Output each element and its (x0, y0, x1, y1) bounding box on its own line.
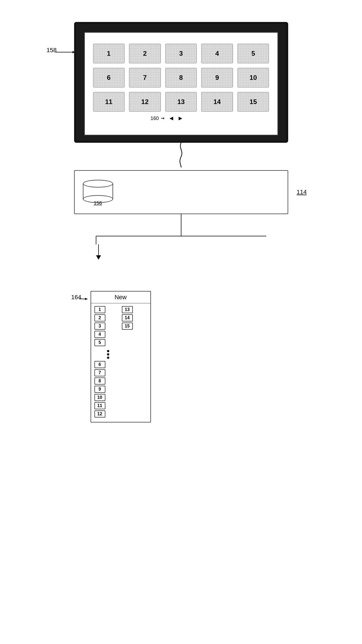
panel-label-arrow-icon (79, 297, 90, 301)
grid-cell-8[interactable]: 8 (165, 68, 197, 88)
list-item-6[interactable]: 6 (94, 361, 105, 368)
thumbnail-grid: 1 2 3 4 5 6 7 8 9 10 11 12 13 14 15 (90, 41, 272, 114)
grid-cell-11[interactable]: 11 (93, 92, 125, 112)
grid-cell-15[interactable]: 15 (237, 92, 269, 112)
list-item-13[interactable]: 13 (122, 306, 133, 313)
monitor: 1 2 3 4 5 6 7 8 9 10 11 12 13 14 15 (74, 22, 288, 143)
new-panel-wrapper: 164 New 1 13 2 14 3 15 4 5 (74, 291, 288, 422)
list-item-10[interactable]: 10 (94, 394, 105, 401)
server-box: 156 114 (74, 170, 288, 214)
dot-2 (107, 353, 109, 355)
list-item-3[interactable]: 3 (94, 323, 105, 330)
single-col-list: 6 7 8 9 10 11 12 (91, 360, 150, 419)
list-item-4[interactable]: 4 (94, 331, 105, 338)
nav-label-160: 160 (151, 116, 159, 121)
grid-cell-1[interactable]: 1 (93, 44, 125, 63)
wavy-connector-icon (173, 143, 189, 167)
grid-cell-12[interactable]: 12 (129, 92, 161, 112)
grid-cell-6[interactable]: 6 (93, 68, 125, 88)
list-item-7[interactable]: 7 (94, 369, 105, 376)
grid-cell-5[interactable]: 5 (237, 44, 269, 63)
dots-section (91, 349, 150, 360)
grid-cell-13[interactable]: 13 (165, 92, 197, 112)
list-item-1[interactable]: 1 (94, 306, 105, 313)
svg-marker-8 (85, 298, 88, 300)
grid-cell-3[interactable]: 3 (165, 44, 197, 63)
bracket-icon (74, 231, 288, 247)
list-item-9[interactable]: 9 (94, 386, 105, 393)
arrow-right-from-label-icon (161, 117, 164, 120)
dot-1 (107, 350, 109, 352)
grid-cell-2[interactable]: 2 (129, 44, 161, 63)
new-panel-top-grid: 1 13 2 14 3 15 4 5 (91, 303, 150, 349)
list-item-8[interactable]: 8 (94, 377, 105, 385)
grid-cell-4[interactable]: 4 (201, 44, 233, 63)
server-box-wrapper: 156 114 (74, 170, 288, 214)
svg-marker-3 (72, 51, 75, 53)
next-arrow-icon[interactable]: ► (178, 115, 184, 122)
prev-arrow-icon[interactable]: ◄ (169, 115, 175, 122)
db-label: 156 (94, 200, 102, 206)
list-item-11[interactable]: 11 (94, 402, 105, 409)
dot-3 (107, 357, 109, 359)
database-icon: 156 (83, 180, 113, 205)
grid-cell-9[interactable]: 9 (201, 68, 233, 88)
monitor-label-arrow-icon (55, 50, 77, 54)
list-item-5[interactable]: 5 (94, 339, 105, 346)
monitor-screen: 1 2 3 4 5 6 7 8 9 10 11 12 13 14 15 (84, 32, 278, 136)
grid-cell-7[interactable]: 7 (129, 68, 161, 88)
server-label: 114 (297, 189, 307, 196)
list-item-14[interactable]: 14 (122, 314, 133, 321)
list-item-15[interactable]: 15 (122, 323, 133, 330)
new-panel-header: New (91, 292, 150, 303)
new-panel: New 1 13 2 14 3 15 4 5 6 (91, 291, 151, 422)
list-item-2[interactable]: 2 (94, 314, 105, 321)
svg-marker-1 (163, 117, 164, 119)
grid-cell-14[interactable]: 14 (201, 92, 233, 112)
list-item-12[interactable]: 12 (94, 410, 105, 418)
grid-cell-10[interactable]: 10 (237, 68, 269, 88)
